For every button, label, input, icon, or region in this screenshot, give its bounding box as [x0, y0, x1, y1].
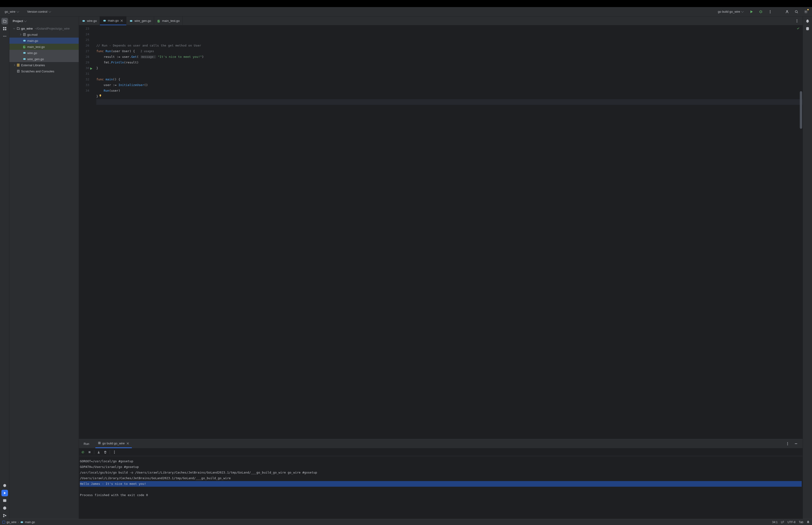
version-control-dropdown[interactable]: Version control [25, 9, 52, 14]
file-encoding[interactable]: UTF-8 [787, 521, 796, 524]
svg-point-6 [795, 10, 797, 13]
svg-rect-54 [100, 96, 101, 97]
editor-gutter[interactable]: 232425262728293031323334 [79, 25, 95, 439]
run-tool-button[interactable] [1, 490, 8, 496]
git-tool-button[interactable] [1, 512, 8, 519]
services-tool-button[interactable] [1, 482, 8, 489]
statusbar: go_wire › main.go 34:1 LF UTF-8 Tab [0, 519, 812, 525]
svg-point-56 [787, 442, 788, 443]
file-name: main.go [27, 39, 38, 43]
svg-point-49 [132, 20, 132, 21]
tree-file[interactable]: wire.go [10, 50, 79, 56]
svg-point-40 [83, 20, 83, 21]
scroll-to-end-button[interactable] [96, 449, 102, 455]
chevron-down-icon [48, 10, 51, 13]
debug-button[interactable] [757, 9, 764, 15]
tab-label: main_test.go [162, 19, 180, 22]
run-toolbar-more-button[interactable] [111, 449, 118, 455]
editor-tab[interactable]: wire.go [79, 16, 100, 25]
editor-tab[interactable]: main_test.go [154, 16, 183, 25]
project-tool-button[interactable] [1, 18, 8, 25]
svg-point-47 [131, 20, 132, 21]
tree-scratches[interactable]: Scratches and Consoles [10, 68, 79, 74]
svg-point-27 [24, 52, 26, 54]
readonly-toggle[interactable] [807, 520, 810, 524]
svg-rect-11 [5, 29, 6, 30]
settings-button[interactable] [802, 9, 809, 15]
tree-root[interactable]: go_wire ~/GolandProjects/go_wire [10, 25, 79, 31]
svg-rect-15 [3, 499, 6, 502]
scrollbar-thumb[interactable] [800, 91, 802, 129]
svg-point-4 [770, 13, 771, 13]
run-panel-header: Run go build go_wire [79, 439, 802, 448]
close-icon[interactable] [120, 19, 123, 22]
stop-button[interactable] [87, 449, 93, 455]
editor-tab-bar: wire.gomain.gowire_gen.gomain_test.go [79, 16, 802, 25]
breadcrumb-project[interactable]: go_wire [6, 521, 16, 524]
terminal-tool-button[interactable] [1, 497, 8, 504]
rerun-button[interactable] [80, 449, 86, 455]
tree-file[interactable]: wire_gen.go [10, 56, 79, 62]
line-separator[interactable]: LF [781, 521, 784, 524]
editor-tab[interactable]: main.go [100, 16, 126, 25]
console-output[interactable]: GOROOT=/usr/local/go #gosetupGOPATH=/Use… [79, 456, 802, 519]
breadcrumb-file[interactable]: main.go [25, 521, 35, 524]
close-icon[interactable] [126, 442, 129, 445]
intention-bulb-icon[interactable] [99, 94, 102, 98]
svg-point-57 [787, 444, 788, 444]
module-icon [2, 521, 5, 524]
svg-rect-9 [5, 27, 6, 28]
file-icon [22, 45, 26, 49]
console-line: /usr/local/go/bin/go build -o /Users/isr… [80, 470, 802, 476]
code-editor[interactable]: 232425262728293031323334 // Run - Depend… [79, 25, 802, 439]
tree-root-name: go_wire [21, 27, 33, 30]
run-panel-hide-button[interactable] [793, 440, 799, 447]
tree-external-libs[interactable]: External Libraries [10, 62, 79, 68]
file-icon [82, 19, 86, 23]
indent-setting[interactable]: Tab [799, 521, 803, 524]
run-panel: Run go build go_wire [79, 439, 802, 519]
chevron-down-icon [16, 10, 19, 13]
svg-rect-34 [17, 64, 18, 66]
structure-tool-button[interactable] [1, 25, 8, 32]
chevron-right-icon: › [18, 521, 19, 524]
run-panel-more-button[interactable] [784, 440, 791, 447]
file-icon [22, 39, 26, 43]
problems-tool-button[interactable] [1, 505, 8, 511]
macos-titlebar [0, 0, 812, 7]
tree-file[interactable]: main.go [10, 38, 79, 44]
tree-file[interactable]: main_test.go [10, 44, 79, 50]
caret-position[interactable]: 34:1 [772, 521, 778, 524]
code-with-me-button[interactable] [784, 9, 791, 15]
tab-bar-more-button[interactable] [794, 18, 800, 24]
more-actions-button[interactable] [767, 9, 773, 15]
project-name: go_wire [5, 10, 16, 13]
database-tool-button[interactable] [804, 25, 811, 32]
svg-point-7 [806, 11, 806, 12]
notifications-tool-button[interactable] [804, 18, 811, 25]
project-dropdown[interactable]: go_wire [3, 9, 21, 14]
svg-point-18 [3, 516, 4, 517]
svg-point-60 [114, 450, 115, 451]
editor-tab[interactable]: wire_gen.go [126, 16, 154, 25]
file-name: main_test.go [27, 45, 45, 49]
tree-scratches-label: Scratches and Consoles [21, 70, 54, 73]
svg-rect-35 [18, 64, 18, 66]
svg-point-62 [114, 453, 115, 453]
run-gutter-icon[interactable] [90, 66, 93, 72]
run-button[interactable] [748, 9, 755, 15]
run-config-tab[interactable]: go build go_wire [95, 439, 132, 448]
run-config-selector[interactable]: go build go_wire [715, 9, 745, 14]
clear-button[interactable] [102, 449, 108, 455]
svg-rect-8 [3, 27, 4, 28]
more-tool-button[interactable] [1, 33, 8, 40]
console-line: GOROOT=/usr/local/go #gosetup [80, 459, 802, 464]
svg-point-58 [787, 445, 788, 445]
search-button[interactable] [793, 9, 800, 15]
run-config-icon [98, 441, 101, 445]
svg-rect-59 [89, 451, 90, 453]
folder-icon [16, 27, 20, 30]
editor-content[interactable]: // Run - Depends on user and calls the g… [95, 25, 802, 439]
tree-file[interactable]: go.mod [10, 31, 79, 38]
svg-rect-36 [19, 64, 19, 66]
